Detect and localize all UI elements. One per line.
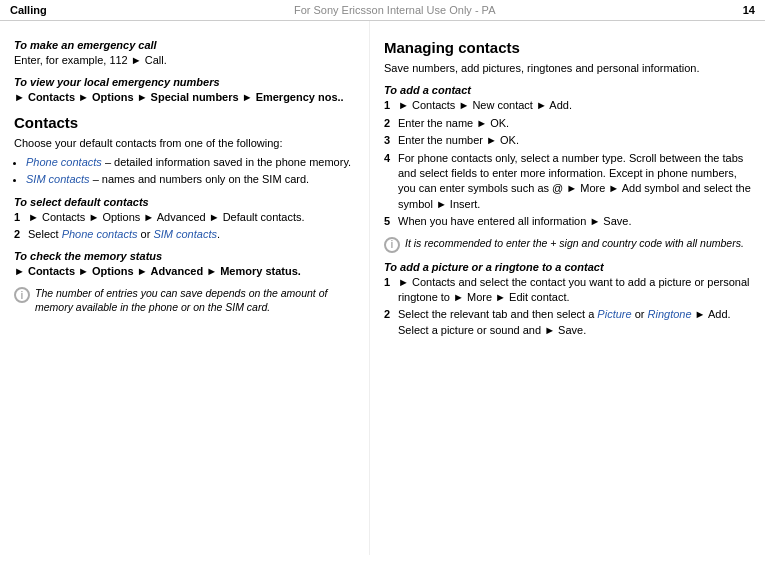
add-contact-step-1: 1 ► Contacts ► New contact ► Add.	[384, 98, 753, 113]
picture-ringtone-title: To add a picture or a ringtone to a cont…	[384, 261, 753, 273]
page-content: To make an emergency call Enter, for exa…	[0, 21, 765, 555]
add-contact-step-2: 2 Enter the name ► OK.	[384, 116, 753, 131]
select-default-steps: 1 ► Contacts ► Options ► Advanced ► Defa…	[14, 210, 357, 243]
memory-title: To check the memory status	[14, 250, 357, 262]
phone-contacts-label: Phone contacts	[26, 156, 102, 168]
chapter-title: Calling	[10, 4, 47, 16]
managing-contacts-title: Managing contacts	[384, 39, 753, 56]
managing-contacts-text: Save numbers, add pictures, ringtones an…	[384, 61, 753, 76]
add-contact-step-4: 4 For phone contacts only, select a numb…	[384, 151, 753, 213]
emergency-call-text: Enter, for example, 112 ► Call.	[14, 53, 357, 68]
picture-step-2: 2 Select the relevant tab and then selec…	[384, 307, 753, 338]
right-column: Managing contacts Save numbers, add pict…	[370, 21, 765, 555]
sim-contacts-label: SIM contacts	[26, 173, 90, 185]
header-watermark: For Sony Ericsson Internal Use Only - PA	[47, 4, 743, 16]
contacts-section-title: Contacts	[14, 114, 357, 131]
picture-step-1: 1 ► Contacts and select the contact you …	[384, 275, 753, 306]
number-tip-text: It is recommended to enter the + sign an…	[405, 236, 744, 250]
add-contact-steps: 1 ► Contacts ► New contact ► Add. 2 Ente…	[384, 98, 753, 229]
contacts-intro: Choose your default contacts from one of…	[14, 136, 357, 151]
bullet2-rest: – names and numbers only on the SIM card…	[90, 173, 310, 185]
bullet-phone-contacts: Phone contacts – detailed information sa…	[26, 155, 357, 170]
tip-icon: i	[14, 287, 30, 303]
bullet-sim-contacts: SIM contacts – names and numbers only on…	[26, 172, 357, 187]
add-contact-step-5: 5 When you have entered all information …	[384, 214, 753, 229]
left-column: To make an emergency call Enter, for exa…	[0, 21, 370, 555]
number-tip-box: i It is recommended to enter the + sign …	[384, 236, 753, 253]
add-contact-title: To add a contact	[384, 84, 753, 96]
memory-text: ► Contacts ► Options ► Advanced ► Memory…	[14, 264, 357, 280]
picture-ringtone-steps: 1 ► Contacts and select the contact you …	[384, 275, 753, 339]
contacts-bullet-list: Phone contacts – detailed information sa…	[26, 155, 357, 188]
select-step-1: 1 ► Contacts ► Options ► Advanced ► Defa…	[14, 210, 357, 225]
page-number: 14	[743, 4, 755, 16]
tip-icon-2: i	[384, 237, 400, 253]
memory-tip-box: i The number of entries you can save dep…	[14, 286, 357, 314]
bullet1-rest: – detailed information saved in the phon…	[102, 156, 351, 168]
local-emergency-text: ► Contacts ► Options ► Special numbers ►…	[14, 90, 357, 106]
page-header: Calling For Sony Ericsson Internal Use O…	[0, 0, 765, 21]
local-emergency-title: To view your local emergency numbers	[14, 76, 357, 88]
emergency-call-title: To make an emergency call	[14, 39, 357, 51]
memory-tip-text: The number of entries you can save depen…	[35, 286, 357, 314]
add-contact-step-3: 3 Enter the number ► OK.	[384, 133, 753, 148]
select-default-title: To select default contacts	[14, 196, 357, 208]
select-step-2: 2 Select Phone contacts or SIM contacts.	[14, 227, 357, 242]
